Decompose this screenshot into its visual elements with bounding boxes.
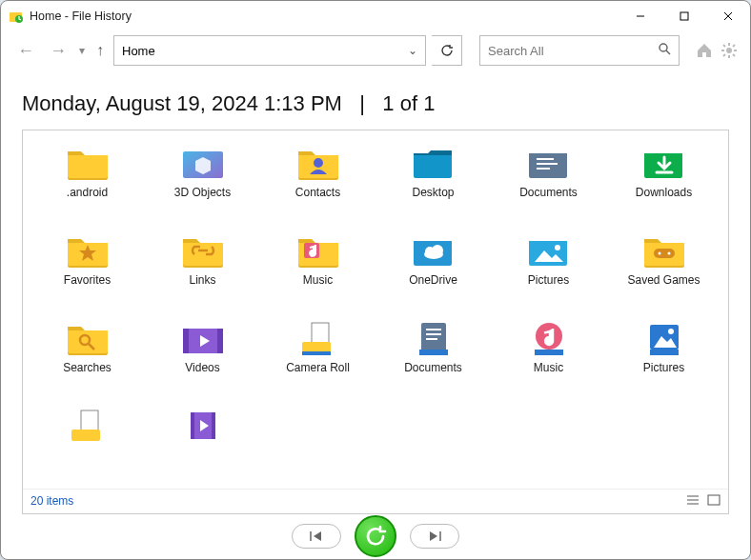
item-label: .android xyxy=(67,186,108,199)
restore-button[interactable] xyxy=(355,515,396,557)
refresh-button[interactable] xyxy=(432,35,462,66)
svg-line-55 xyxy=(733,54,735,56)
page-heading: Monday, August 19, 2024 1:13 PM | 1 of 1 xyxy=(22,91,729,116)
folder-downloads-icon xyxy=(642,144,686,182)
folder-contact-icon xyxy=(296,144,340,182)
forward-button[interactable]: → xyxy=(45,37,71,64)
svg-marker-64 xyxy=(430,531,437,541)
lib-docs-icon xyxy=(412,319,456,357)
folder-item[interactable]: Pictures xyxy=(607,315,721,401)
app-window: Home - File History ← → ▾ ↑ Home ⌄ xyxy=(0,0,751,560)
item-label: Favorites xyxy=(64,273,111,287)
folder-item[interactable]: Links xyxy=(146,228,259,313)
heading-date: Monday, August 19, 2024 1:13 PM xyxy=(22,91,342,115)
folder-pic-icon xyxy=(527,231,571,270)
item-label: Pictures xyxy=(643,361,684,374)
file-panel: .android3D ObjectsContactsDesktopDocumen… xyxy=(22,130,729,514)
folder-item[interactable]: Documents xyxy=(492,140,605,226)
folder-docs-icon xyxy=(527,144,571,182)
folder-game-icon xyxy=(642,231,686,270)
search-icon[interactable] xyxy=(658,42,671,59)
status-bar: 20 items xyxy=(23,489,728,513)
item-label: Saved Games xyxy=(627,273,700,287)
previous-version-button[interactable] xyxy=(292,524,341,549)
svg-line-56 xyxy=(733,45,735,47)
folder-music-icon xyxy=(296,231,340,270)
lib-camera-icon xyxy=(296,319,340,357)
back-button[interactable]: ← xyxy=(12,37,39,64)
window-title: Home - File History xyxy=(30,10,619,23)
folder-item[interactable]: Saved Games xyxy=(607,228,721,313)
lib-music-icon xyxy=(527,319,571,357)
folder-item[interactable]: OneDrive xyxy=(376,228,490,313)
up-button[interactable]: ↑ xyxy=(92,42,108,59)
lib-pic-icon xyxy=(642,319,686,357)
icons-view-button[interactable] xyxy=(707,494,721,509)
app-icon xyxy=(9,9,24,24)
item-label: Camera Roll xyxy=(286,361,350,374)
lib-plain-icon xyxy=(66,407,110,445)
toolbar: ← → ▾ ↑ Home ⌄ xyxy=(1,31,750,70)
folder-item[interactable]: Videos xyxy=(146,315,259,401)
folder-item[interactable] xyxy=(146,403,259,489)
item-label: Desktop xyxy=(412,186,454,199)
item-label: Searches xyxy=(63,361,112,374)
folder-item[interactable]: 3D Objects xyxy=(146,140,259,226)
svg-line-57 xyxy=(723,54,725,56)
folder-3d-icon xyxy=(181,144,225,182)
history-chevron-icon[interactable]: ▾ xyxy=(77,44,87,57)
folder-item[interactable]: Music xyxy=(261,228,375,313)
titlebar: Home - File History xyxy=(1,1,750,31)
folder-cloud-icon xyxy=(412,231,456,270)
folder-link-icon xyxy=(181,231,225,270)
item-label: Documents xyxy=(404,361,462,374)
item-label: Music xyxy=(303,273,333,287)
folder-item[interactable]: Searches xyxy=(30,315,144,401)
folder-item[interactable]: Desktop xyxy=(376,140,490,226)
search-box[interactable] xyxy=(479,35,680,66)
item-label: Pictures xyxy=(528,273,569,287)
bottom-bar xyxy=(1,514,750,559)
search-input[interactable] xyxy=(488,44,658,58)
content-area: Monday, August 19, 2024 1:13 PM | 1 of 1… xyxy=(1,70,750,514)
item-label: Documents xyxy=(519,186,578,199)
folder-search-icon xyxy=(66,319,110,357)
folder-item[interactable]: Favorites xyxy=(30,228,144,313)
item-label: Downloads xyxy=(636,186,692,199)
item-label: OneDrive xyxy=(409,273,457,287)
folder-item[interactable]: Music xyxy=(492,315,605,401)
maximize-button[interactable] xyxy=(662,1,706,31)
folder-desktop-icon xyxy=(412,144,456,182)
item-label: Music xyxy=(534,361,563,374)
folder-item[interactable]: Camera Roll xyxy=(261,315,375,401)
folder-item[interactable]: Downloads xyxy=(607,140,721,226)
details-view-button[interactable] xyxy=(686,494,700,509)
items-grid[interactable]: .android3D ObjectsContactsDesktopDocumen… xyxy=(23,130,728,489)
item-label: Links xyxy=(189,273,215,287)
svg-line-54 xyxy=(723,45,725,47)
folder-item[interactable]: Documents xyxy=(376,315,490,401)
heading-pager: 1 of 1 xyxy=(382,91,435,115)
gear-icon[interactable] xyxy=(720,41,739,60)
svg-line-48 xyxy=(666,50,670,54)
folder-item[interactable]: Pictures xyxy=(492,228,605,313)
folder-item[interactable]: .android xyxy=(30,140,144,226)
address-bar[interactable]: Home ⌄ xyxy=(113,35,426,66)
svg-point-47 xyxy=(660,44,667,51)
address-dropdown-icon[interactable]: ⌄ xyxy=(408,44,417,57)
item-label: Videos xyxy=(185,361,219,374)
folder-video-icon xyxy=(181,319,225,357)
svg-rect-44 xyxy=(680,12,688,20)
folder-item[interactable] xyxy=(30,403,144,489)
item-label: 3D Objects xyxy=(174,186,231,199)
folder-item[interactable]: Contacts xyxy=(261,140,375,226)
home-icon[interactable] xyxy=(695,41,714,60)
item-count: 20 items xyxy=(30,494,73,508)
svg-marker-63 xyxy=(314,531,321,541)
svg-point-49 xyxy=(726,48,732,53)
close-button[interactable] xyxy=(706,1,750,31)
minimize-button[interactable] xyxy=(619,1,662,31)
item-label: Contacts xyxy=(295,186,340,199)
next-version-button[interactable] xyxy=(410,524,459,549)
svg-rect-61 xyxy=(708,495,720,505)
